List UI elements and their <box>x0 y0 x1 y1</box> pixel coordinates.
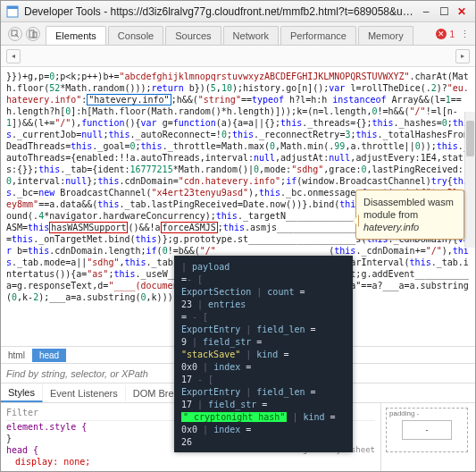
tab-memory[interactable]: Memory <box>358 26 413 45</box>
tooltip-text: Disassembled wasm module from <box>363 197 454 220</box>
tab-performance[interactable]: Performance <box>280 26 356 45</box>
box-model-content[interactable]: - <box>402 420 452 440</box>
tab-network[interactable]: Network <box>223 26 279 45</box>
dom-path-bar: ◂ ▸ <box>1 46 475 67</box>
window-close-button[interactable]: ✕ <box>454 4 470 20</box>
window-title: Developer Tools - https://d3iz6lralvg77g… <box>24 5 416 18</box>
tabbar-more-button[interactable]: ⋮ <box>460 29 470 40</box>
svg-rect-1 <box>7 6 18 9</box>
window-minimize-button[interactable]: – <box>418 4 434 20</box>
panel-tabbar: Elements Console Sources Network Perform… <box>1 22 475 46</box>
window-titlebar: Developer Tools - https://d3iz6lralvg77g… <box>1 1 475 22</box>
subtab-styles[interactable]: Styles <box>1 384 43 402</box>
error-icon: ✕ <box>436 29 447 39</box>
wasm-disassembly-overlay: | payload =- [ ExportSection | count = 2… <box>174 256 353 452</box>
inspect-element-button[interactable] <box>8 27 22 41</box>
tooltip-emphasis: hatevery.info <box>363 222 419 232</box>
expand-pane-button[interactable]: ▸ <box>455 49 470 63</box>
annotation-tooltip: Disassembled wasm module from hatevery.i… <box>355 190 464 240</box>
devtools-icon <box>6 5 19 18</box>
box-model-padding-label: padding - <box>389 409 419 417</box>
breadcrumb-html[interactable]: html <box>1 349 32 362</box>
vertical-scrollbar[interactable] <box>464 112 475 248</box>
tab-elements[interactable]: Elements <box>46 26 106 45</box>
error-counter[interactable]: ✕ 1 <box>436 29 455 39</box>
device-toolbar-button[interactable] <box>26 27 40 41</box>
scrollbar-thumb[interactable] <box>466 121 474 156</box>
subtab-event-listeners[interactable]: Event Listeners <box>43 385 126 401</box>
window-maximize-button[interactable]: ☐ <box>436 4 452 20</box>
collapse-pane-button[interactable]: ◂ <box>6 49 21 63</box>
tab-console[interactable]: Console <box>108 26 163 45</box>
box-model-padding[interactable]: padding - - <box>386 408 468 452</box>
tab-sources[interactable]: Sources <box>165 26 221 45</box>
box-model-pane: padding - - <box>380 403 475 471</box>
breadcrumb-head[interactable]: head <box>32 349 66 362</box>
error-count: 1 <box>449 30 455 39</box>
